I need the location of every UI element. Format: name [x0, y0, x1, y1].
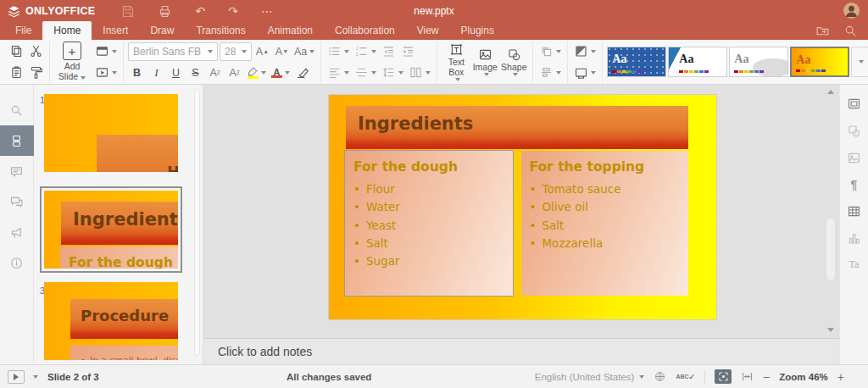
- theme-blue-corner[interactable]: Aa: [668, 47, 727, 77]
- theme-blue-dots[interactable]: Aa: [607, 47, 666, 77]
- numbering-button[interactable]: 12: [353, 42, 378, 61]
- chat-panel-button[interactable]: [0, 186, 34, 217]
- fit-to-width-button[interactable]: [741, 370, 754, 383]
- theme-gray-landscape[interactable]: Aa: [729, 47, 788, 77]
- font-size-combo[interactable]: 28: [220, 42, 252, 61]
- tab-plugins[interactable]: Plugins: [450, 21, 505, 40]
- themes-dropdown-button[interactable]: [851, 47, 868, 77]
- open-file-location-icon[interactable]: [815, 24, 830, 38]
- decrease-indent-button[interactable]: [380, 42, 398, 61]
- slide-preview-dropdown[interactable]: [93, 64, 119, 82]
- line-spacing-button[interactable]: [380, 64, 405, 82]
- canvas-scrollbar[interactable]: [826, 86, 837, 335]
- spellcheck-icon[interactable]: ABC✓: [676, 373, 695, 380]
- cut-button[interactable]: [27, 42, 45, 61]
- slide-thumbnail-1[interactable]: How to make pizza An easy and error-proo…: [44, 94, 178, 172]
- chart-settings-tab[interactable]: [847, 231, 861, 246]
- highlight-color-button[interactable]: [245, 64, 268, 82]
- scroll-up-arrow[interactable]: [827, 90, 834, 94]
- notes-area[interactable]: Click to add notes: [203, 338, 839, 364]
- tab-file[interactable]: File: [4, 21, 42, 40]
- slide-column-dough[interactable]: For the dough Flour Water Yeast Salt Sug…: [345, 151, 513, 296]
- onlyoffice-logo-icon: [7, 4, 21, 19]
- insert-textbox-button[interactable]: Text Box: [442, 42, 470, 80]
- scrollbar-thumb[interactable]: [826, 218, 836, 281]
- copy-button[interactable]: [8, 42, 25, 61]
- slide-column-topping[interactable]: For the topping Tomato sauce Olive oil S…: [521, 151, 689, 296]
- start-slideshow-button[interactable]: [8, 370, 25, 384]
- slide-size-button[interactable]: [572, 64, 598, 82]
- undo-icon[interactable]: ↶: [195, 5, 205, 17]
- clear-style-button[interactable]: [293, 64, 311, 82]
- tab-collaboration[interactable]: Collaboration: [324, 21, 406, 40]
- slide-thumbnail-3[interactable]: Procedure In a small bowl, dissolve the …: [44, 282, 178, 360]
- font-name-combo[interactable]: Berlin Sans FB: [128, 42, 218, 61]
- increase-font-button[interactable]: A▲: [253, 42, 271, 61]
- font-size-value: 28: [225, 46, 236, 58]
- find-panel-button[interactable]: [0, 95, 34, 125]
- bold-button[interactable]: B: [128, 64, 146, 82]
- copy-style-button[interactable]: [27, 64, 45, 82]
- color-scheme-button[interactable]: [572, 42, 598, 61]
- increase-indent-button[interactable]: [399, 42, 417, 61]
- arrange-shape-button[interactable]: [537, 42, 563, 61]
- insert-shape-button[interactable]: Shape: [499, 47, 528, 76]
- user-avatar[interactable]: [843, 3, 860, 19]
- more-actions-icon[interactable]: ⋯: [261, 5, 273, 17]
- document-language-icon[interactable]: [654, 370, 666, 383]
- insert-columns-button[interactable]: [407, 64, 432, 82]
- tab-view[interactable]: View: [406, 21, 450, 40]
- redo-icon[interactable]: ↷: [228, 5, 238, 17]
- current-slide[interactable]: Ingredients For the dough Flour Water Ye…: [329, 95, 716, 319]
- paste-button[interactable]: [8, 64, 25, 82]
- image-settings-tab[interactable]: [847, 151, 861, 165]
- tab-transitions[interactable]: Transitions: [185, 21, 256, 40]
- add-slide-button[interactable]: + Add Slide: [54, 42, 90, 81]
- change-case-button[interactable]: Aa: [292, 42, 316, 61]
- subscript-button[interactable]: A2: [225, 64, 243, 82]
- about-button[interactable]: [0, 247, 34, 278]
- superscript-button[interactable]: A2: [206, 64, 224, 82]
- tab-home[interactable]: Home: [42, 21, 92, 40]
- horizontal-align-button[interactable]: [326, 64, 351, 82]
- underline-button[interactable]: U: [167, 64, 185, 82]
- tab-animation[interactable]: Animation: [257, 21, 324, 40]
- paragraph-settings-tab[interactable]: ¶: [851, 178, 858, 191]
- italic-button[interactable]: I: [147, 64, 165, 82]
- shape-settings-tab[interactable]: [847, 124, 861, 138]
- theme-yellow-gradient[interactable]: Aa: [790, 47, 849, 77]
- table-settings-tab[interactable]: [847, 204, 861, 219]
- scroll-down-arrow[interactable]: [827, 328, 834, 332]
- slide-title-box[interactable]: Ingredients: [346, 106, 688, 149]
- slide-layout-dropdown[interactable]: [93, 42, 119, 61]
- strikeout-button[interactable]: S: [186, 64, 204, 82]
- slides-panel-button[interactable]: [0, 125, 34, 156]
- app-logo[interactable]: ONLYOFFICE: [7, 4, 95, 19]
- language-chevron[interactable]: [639, 375, 644, 379]
- textart-settings-tab[interactable]: Ta: [849, 258, 860, 271]
- zoom-out-button[interactable]: −: [763, 371, 770, 383]
- tab-draw[interactable]: Draw: [139, 21, 185, 40]
- right-rail: ¶ Ta: [839, 85, 868, 364]
- zoom-in-button[interactable]: +: [837, 371, 844, 383]
- save-icon[interactable]: [120, 4, 135, 19]
- slideshow-options-chevron[interactable]: [33, 375, 38, 379]
- decrease-font-button[interactable]: A▼: [273, 42, 291, 61]
- insert-image-button[interactable]: Image: [470, 47, 499, 76]
- slide-thumbnail-2-selected[interactable]: Ingredients For the dough Flour Water Ye…: [40, 186, 182, 273]
- comments-panel-button[interactable]: [0, 156, 34, 186]
- vertical-align-button[interactable]: [353, 64, 378, 82]
- feedback-button[interactable]: [0, 217, 34, 247]
- print-icon[interactable]: [158, 4, 172, 19]
- slide-editing-canvas[interactable]: Ingredients For the dough Flour Water Ye…: [203, 85, 839, 338]
- language-selector[interactable]: English (United States): [535, 372, 635, 382]
- zoom-level[interactable]: Zoom 46%: [779, 372, 828, 382]
- bullets-button[interactable]: [326, 42, 351, 61]
- slide-settings-tab[interactable]: [847, 97, 861, 111]
- font-color-button[interactable]: A: [270, 64, 292, 82]
- align-shape-button[interactable]: [537, 64, 563, 82]
- search-icon[interactable]: [843, 24, 858, 38]
- tab-insert[interactable]: Insert: [92, 21, 139, 40]
- thumbnails-scrollbar[interactable]: [194, 89, 200, 356]
- fit-to-slide-button[interactable]: [715, 369, 732, 384]
